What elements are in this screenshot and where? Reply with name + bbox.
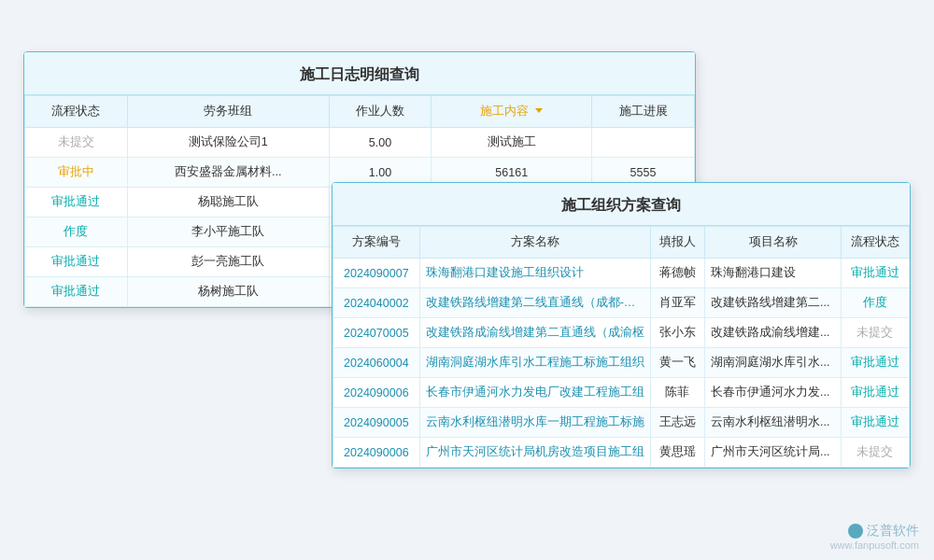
name-cell: 长春市伊通河水力发电厂改建工程施工组 (419, 378, 650, 408)
group-cell: 西安盛器金属材料... (127, 158, 329, 188)
count-cell: 5.00 (329, 128, 432, 158)
reporter-cell: 肖亚军 (650, 288, 704, 318)
status-cell: 未提交 (25, 128, 128, 158)
status-cell: 审批通过 (841, 408, 909, 438)
col-project: 项目名称 (705, 227, 842, 259)
code-cell: 2024090006 (333, 438, 420, 468)
col-code: 方案编号 (333, 227, 420, 259)
content-cell: 测试施工 (432, 128, 592, 158)
table-row: 2024040002 改建铁路线增建第二线直通线（成都-西安 肖亚军 改建铁路线… (333, 288, 910, 318)
group-cell: 李小平施工队 (127, 217, 329, 247)
status-cell: 审批通过 (25, 247, 128, 277)
code-cell: 2024090007 (333, 259, 420, 288)
status-cell: 审批通过 (25, 188, 128, 217)
code-cell: 2024090005 (333, 408, 420, 438)
col-content[interactable]: 施工内容 (432, 96, 592, 128)
col-reporter: 填报人 (650, 227, 704, 259)
code-cell: 2024090006 (333, 378, 420, 408)
table-row: 未提交 测试保险公司1 5.00 测试施工 (25, 128, 695, 158)
name-cell: 改建铁路线增建第二线直通线（成都-西安 (419, 288, 650, 318)
status-cell: 审批中 (25, 158, 128, 188)
panel2-title: 施工组织方案查询 (333, 183, 910, 226)
col-status: 流程状态 (841, 227, 909, 259)
construction-plan-table: 方案编号 方案名称 填报人 项目名称 流程状态 2024090007 珠海翻港口… (333, 226, 910, 468)
col-progress: 施工进展 (592, 96, 695, 128)
group-cell: 杨聪施工队 (127, 188, 329, 217)
logo-name: 泛普软件 (867, 523, 919, 539)
col-name: 方案名称 (419, 227, 650, 259)
project-cell: 湖南洞庭湖水库引水... (705, 348, 842, 378)
group-cell: 测试保险公司1 (127, 128, 329, 158)
status-cell: 未提交 (841, 438, 909, 468)
status-cell: 作度 (841, 288, 909, 318)
project-cell: 广州市天河区统计局... (705, 438, 842, 468)
group-cell: 彭一亮施工队 (127, 247, 329, 277)
table-row: 2024090005 云南水利枢纽潜明水库一期工程施工标施 王志远 云南水利枢纽… (333, 408, 910, 438)
reporter-cell: 张小东 (650, 318, 704, 348)
name-cell: 广州市天河区统计局机房改造项目施工组 (419, 438, 650, 468)
project-cell: 珠海翻港口建设 (705, 259, 842, 288)
table-row: 2024090006 长春市伊通河水力发电厂改建工程施工组 陈菲 长春市伊通河水… (333, 378, 910, 408)
construction-plan-panel: 施工组织方案查询 方案编号 方案名称 填报人 项目名称 流程状态 2024090… (332, 182, 911, 469)
project-cell: 改建铁路成渝线增建... (705, 318, 842, 348)
status-cell: 审批通过 (25, 277, 128, 307)
reporter-cell: 黄思瑶 (650, 438, 704, 468)
col-count: 作业人数 (329, 96, 432, 128)
status-cell: 未提交 (841, 318, 909, 348)
reporter-cell: 黄一飞 (650, 348, 704, 378)
sort-icon (535, 108, 543, 113)
name-cell: 湖南洞庭湖水库引水工程施工标施工组织 (419, 348, 650, 378)
status-cell: 审批通过 (841, 259, 909, 288)
project-cell: 改建铁路线增建第二... (705, 288, 842, 318)
progress-cell (592, 128, 695, 158)
project-cell: 长春市伊通河水力发... (705, 378, 842, 408)
group-cell: 杨树施工队 (127, 277, 329, 307)
name-cell: 改建铁路成渝线增建第二直通线（成渝枢 (419, 318, 650, 348)
panel1-title: 施工日志明细查询 (24, 52, 695, 95)
status-cell: 审批通过 (841, 348, 909, 378)
code-cell: 2024070005 (333, 318, 420, 348)
code-cell: 2024040002 (333, 288, 420, 318)
reporter-cell: 陈菲 (650, 378, 704, 408)
table-row: 2024090007 珠海翻港口建设施工组织设计 蒋德帧 珠海翻港口建设 审批通… (333, 259, 910, 288)
table-row: 2024090006 广州市天河区统计局机房改造项目施工组 黄思瑶 广州市天河区… (333, 438, 910, 468)
project-cell: 云南水利枢纽潜明水... (705, 408, 842, 438)
code-cell: 2024060004 (333, 348, 420, 378)
logo-icon (848, 524, 863, 539)
reporter-cell: 王志远 (650, 408, 704, 438)
col-group: 劳务班组 (127, 96, 329, 128)
logo-site: www.fanpusoft.com (830, 539, 919, 551)
status-cell: 审批通过 (841, 378, 909, 408)
name-cell: 珠海翻港口建设施工组织设计 (419, 259, 650, 288)
logo-watermark: 泛普软件 www.fanpusoft.com (830, 523, 919, 551)
reporter-cell: 蒋德帧 (650, 259, 704, 288)
col-status: 流程状态 (25, 96, 128, 128)
table-row: 2024070005 改建铁路成渝线增建第二直通线（成渝枢 张小东 改建铁路成渝… (333, 318, 910, 348)
name-cell: 云南水利枢纽潜明水库一期工程施工标施 (419, 408, 650, 438)
table-row: 2024060004 湖南洞庭湖水库引水工程施工标施工组织 黄一飞 湖南洞庭湖水… (333, 348, 910, 378)
status-cell: 作度 (25, 217, 128, 247)
